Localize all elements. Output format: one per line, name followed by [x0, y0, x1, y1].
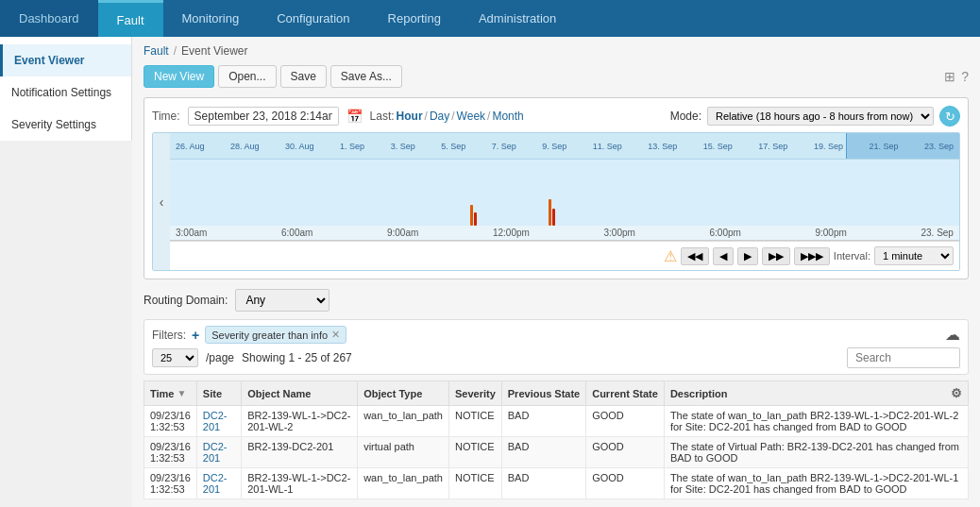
new-view-button[interactable]: New View: [144, 65, 214, 88]
save-as-button[interactable]: Save As...: [330, 65, 402, 88]
routing-select[interactable]: Any: [235, 289, 329, 312]
nav-label-monitoring: Monitoring: [182, 11, 240, 25]
last-day-link[interactable]: Day: [430, 110, 449, 123]
last-week-link[interactable]: Week: [457, 110, 485, 123]
cell-object-name: BR2-139-DC2-201: [242, 437, 358, 468]
last-hour-link[interactable]: Hour: [397, 110, 423, 123]
search-input[interactable]: [847, 347, 960, 368]
sidebar-item-severity-settings[interactable]: Severity Settings: [0, 109, 131, 141]
detail-time-5: 6:00pm: [709, 228, 740, 238]
save-button[interactable]: Save: [280, 65, 327, 88]
overview-date-2: 30. Aug: [285, 142, 314, 151]
cell-prev-state: BAD: [501, 437, 585, 468]
overview-date-12: 19. Sep: [814, 142, 843, 151]
cell-severity: NOTICE: [448, 468, 501, 499]
mode-label: Mode:: [670, 110, 701, 123]
chart-controls: ⚠ ◀◀ ◀ ▶ ▶▶ ▶▶▶ Interval: 1 minute 5 min…: [170, 241, 959, 270]
col-object-name[interactable]: Object Name: [242, 381, 358, 406]
cell-description: The state of Virtual Path: BR2-139-DC2-2…: [664, 437, 968, 468]
nav-item-fault[interactable]: Fault: [98, 0, 163, 37]
chart-overview[interactable]: 26. Aug 28. Aug 30. Aug 1. Sep 3. Sep 5.…: [170, 133, 959, 160]
cell-curr-state: GOOD: [586, 437, 665, 468]
sidebar-label-severity-settings: Severity Settings: [11, 118, 96, 131]
nav-item-monitoring[interactable]: Monitoring: [163, 0, 259, 37]
calendar-icon[interactable]: 📅: [346, 109, 363, 124]
breadcrumb-separator: /: [174, 44, 177, 58]
last-month-link[interactable]: Month: [492, 110, 523, 123]
last-links: Last: Hour / Day / Week / Month: [370, 110, 524, 123]
cell-object-type: wan_to_lan_path: [358, 406, 449, 437]
time-input[interactable]: [188, 107, 339, 126]
interval-select[interactable]: 1 minute 5 minutes 15 minutes 1 hour: [874, 246, 954, 265]
site-link[interactable]: DC2-201: [203, 441, 228, 464]
per-page-label: /page: [206, 351, 234, 364]
nav-item-administration[interactable]: Administration: [460, 0, 575, 37]
events-table: Time ▼ Site Object Name Object Type Seve…: [144, 380, 969, 499]
col-prev-state[interactable]: Previous State: [501, 381, 585, 406]
cell-site: DC2-201: [196, 406, 241, 437]
col-curr-state[interactable]: Current State: [586, 381, 665, 406]
col-object-type[interactable]: Object Type: [358, 381, 449, 406]
ctrl-prev-prev[interactable]: ◀◀: [681, 247, 709, 265]
refresh-button[interactable]: ↻: [939, 106, 960, 127]
detail-time-1: 6:00am: [281, 228, 313, 238]
grid-icon: ⊞: [944, 69, 955, 84]
chart-detail[interactable]: [170, 160, 959, 226]
cell-site: DC2-201: [196, 437, 241, 468]
filter-tag-remove[interactable]: ✕: [331, 329, 340, 341]
breadcrumb-fault[interactable]: Fault: [144, 44, 169, 58]
ctrl-next-next[interactable]: ▶▶▶: [794, 247, 830, 265]
filter-tag-text: Severity greater than info: [211, 330, 328, 341]
table-row: 09/23/161:32:53 DC2-201 BR2-139-WL-1->DC…: [144, 406, 969, 437]
help-icon[interactable]: ?: [961, 69, 969, 84]
filter-add-button[interactable]: +: [192, 328, 199, 343]
cell-severity: NOTICE: [448, 437, 501, 468]
nav-item-reporting[interactable]: Reporting: [369, 0, 460, 37]
overview-date-14: 23. Sep: [924, 142, 954, 151]
overview-date-10: 15. Sep: [703, 142, 733, 151]
nav-item-configuration[interactable]: Configuration: [258, 0, 368, 37]
nav-label-administration: Administration: [479, 11, 556, 25]
sidebar-label-notification-settings: Notification Settings: [11, 86, 111, 99]
overview-date-0: 26. Aug: [176, 142, 205, 151]
routing-label: Routing Domain:: [144, 294, 228, 307]
warning-icon: ⚠: [664, 247, 677, 265]
cell-object-name: BR2-139-WL-1->DC2-201-WL-2: [242, 406, 358, 437]
cell-curr-state: GOOD: [586, 468, 665, 499]
chart-detail-labels: 3:00am 6:00am 9:00am 12:00pm 3:00pm 6:00…: [170, 226, 959, 241]
col-time[interactable]: Time ▼: [144, 381, 197, 406]
per-page-select[interactable]: 25 50 100: [152, 348, 198, 367]
open-button[interactable]: Open...: [218, 65, 276, 88]
mode-dropdown[interactable]: Relative (18 hours ago - 8 hours from no…: [707, 107, 934, 126]
cell-object-type: wan_to_lan_path: [358, 468, 449, 499]
showing-text: Showing 1 - 25 of 267: [242, 351, 352, 364]
ctrl-play[interactable]: ▶: [737, 247, 758, 265]
nav-label-fault: Fault: [117, 13, 144, 27]
detail-time-3: 12:00pm: [493, 228, 530, 238]
overview-date-1: 28. Aug: [230, 142, 260, 151]
col-description[interactable]: Description ⚙: [664, 381, 968, 406]
overview-date-8: 11. Sep: [593, 142, 622, 151]
sidebar-item-notification-settings[interactable]: Notification Settings: [0, 76, 131, 109]
site-link[interactable]: DC2-201: [203, 410, 228, 432]
col-site[interactable]: Site: [196, 381, 241, 406]
ctrl-prev[interactable]: ◀: [713, 247, 734, 265]
routing-row: Routing Domain: Any: [144, 289, 969, 312]
detail-time-7: 23. Sep: [921, 228, 953, 238]
interval-label: Interval:: [834, 250, 870, 262]
cloud-icon[interactable]: ☁: [945, 326, 960, 344]
sidebar-item-event-viewer[interactable]: Event Viewer: [0, 44, 131, 76]
cell-time: 09/23/161:32:53: [144, 406, 197, 437]
chart-nav-left[interactable]: ‹: [153, 133, 170, 270]
nav-item-dashboard[interactable]: Dashboard: [0, 0, 98, 37]
time-sort-icon: ▼: [177, 388, 186, 398]
cell-time: 09/23/161:32:53: [144, 437, 197, 468]
table-gear-icon[interactable]: ⚙: [951, 386, 962, 400]
site-link[interactable]: DC2-201: [203, 472, 228, 495]
cell-time: 09/23/161:32:53: [144, 468, 197, 499]
toolbar: New View Open... Save Save As... ⊞ ?: [144, 65, 969, 88]
cell-prev-state: BAD: [501, 406, 585, 437]
ctrl-next[interactable]: ▶▶: [762, 247, 790, 265]
col-severity[interactable]: Severity: [448, 381, 501, 406]
cell-site: DC2-201: [196, 468, 241, 499]
